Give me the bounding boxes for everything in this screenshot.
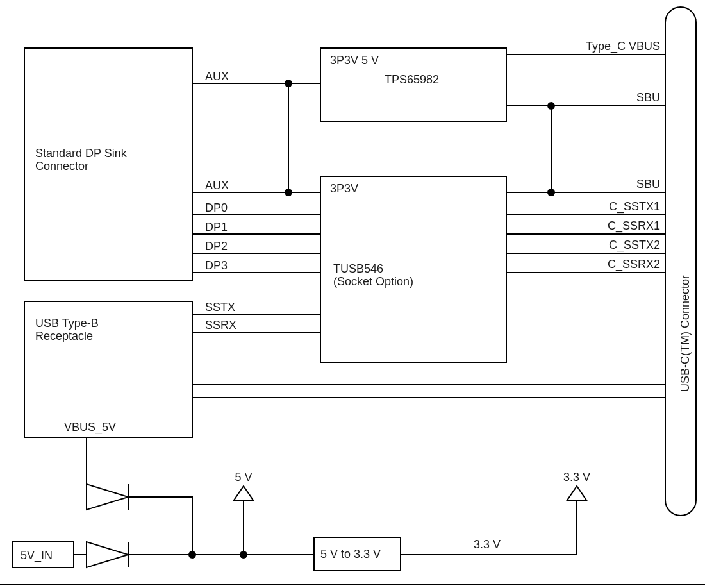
v33-label: 3.3 V <box>563 471 590 483</box>
dp2-label: DP2 <box>205 240 228 253</box>
cssrx2-label: C_SSRX2 <box>608 258 660 271</box>
usbc-connector-block <box>665 7 696 516</box>
junction-dot <box>285 189 292 196</box>
dp0-label: DP0 <box>205 201 228 214</box>
tps-v-label: 3P3V 5 V <box>330 54 379 67</box>
ldo-label: 5 V to 3.3 V <box>320 548 381 560</box>
aux-top-label: AUX <box>205 70 229 83</box>
in5v-label: 5V_IN <box>21 549 53 562</box>
junction-dot <box>285 80 292 87</box>
junction-dot <box>547 189 555 196</box>
v33-wire-label: 3.3 V <box>474 538 501 551</box>
tusb-name1-label: TUSB546 <box>333 262 383 275</box>
cssrx1-label: C_SSRX1 <box>608 219 660 233</box>
csstx1-label: C_SSTX1 <box>609 200 660 214</box>
sstx-label: SSTX <box>205 301 235 314</box>
diode-icon <box>87 484 128 510</box>
sbu-top-label: SBU <box>636 91 660 104</box>
block-diagram: USB-C(TM) Connector Standard DP Sink Con… <box>0 0 705 588</box>
sbu-bot-label: SBU <box>636 178 660 190</box>
diode-icon <box>87 542 128 567</box>
junction-dot <box>240 551 247 559</box>
tps-name-label: TPS65982 <box>385 73 439 86</box>
v5-label: 5 V <box>235 471 252 483</box>
tusb-name2-label: (Socket Option) <box>333 275 413 288</box>
svg-marker-11 <box>234 486 253 500</box>
svg-marker-7 <box>87 542 128 567</box>
ssrx-label: SSRX <box>205 319 236 332</box>
junction-dot <box>547 102 555 110</box>
dp-sink-label-1: Standard DP Sink <box>35 147 128 160</box>
net-5v: 5 V <box>234 471 253 559</box>
tusb-v-label: 3P3V <box>330 182 358 195</box>
usbc-connector-label: USB-C(TM) Connector <box>679 275 692 392</box>
dp1-label: DP1 <box>205 221 228 233</box>
csstx2-label: C_SSTX2 <box>609 239 660 252</box>
dp3-label: DP3 <box>205 259 228 272</box>
dp-sink-label-2: Connector <box>35 160 88 172</box>
typec-vbus-label: Type_C VBUS <box>586 40 660 53</box>
aux-bot-label: AUX <box>205 179 229 192</box>
svg-marker-4 <box>87 484 128 510</box>
svg-marker-14 <box>567 486 586 500</box>
usb-b-label-1: USB Type-B <box>35 317 99 330</box>
usb-b-label-2: Receptacle <box>35 330 93 342</box>
vbus5-label: VBUS_5V <box>64 421 116 434</box>
junction-dot <box>188 551 196 559</box>
net-3v3: 3.3 V <box>563 471 590 555</box>
